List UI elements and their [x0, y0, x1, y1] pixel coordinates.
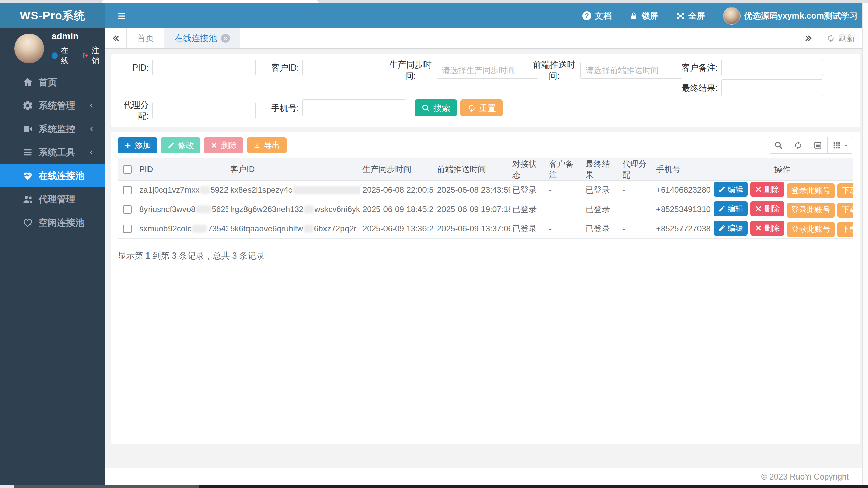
data-table: PID 客户ID 生产同步时间 前端推送时间 对接状态 客户备注 最终结果 代理…	[118, 158, 853, 239]
result-input[interactable]	[721, 79, 823, 96]
client-id-field-group: 客户ID:	[265, 59, 406, 76]
row-delete-button[interactable]: 删除	[750, 201, 784, 216]
pid-input[interactable]	[152, 59, 256, 76]
fullscreen-label: 全屏	[688, 10, 705, 21]
columns-button[interactable]	[828, 137, 853, 154]
sidebar-item-system-monitor[interactable]: 系统监控	[0, 117, 105, 140]
export-button[interactable]: 导出	[247, 137, 287, 153]
row-delete-button[interactable]: 删除	[750, 182, 784, 197]
sync-time-input[interactable]	[437, 62, 538, 79]
row-checkbox[interactable]	[123, 186, 132, 194]
user-info: admin 在线 注销	[52, 31, 105, 66]
refresh-table-button[interactable]	[788, 137, 808, 154]
table-row[interactable]: sxmuob92colc735434 5k6fqaaove6qruhlfw6bx…	[118, 219, 853, 239]
agent-label: 代理分配:	[115, 99, 149, 121]
row-download-contacts-button[interactable]: 下载通讯录	[837, 203, 853, 218]
logout-link[interactable]: 注销	[82, 45, 105, 66]
row-edit-button[interactable]: 编辑	[714, 182, 748, 197]
remark-input[interactable]	[721, 59, 823, 76]
app-window: WS-Pro系统 ? 文档 锁屏 全屏 优选源码yxymk.com测试学习	[0, 0, 868, 488]
push-time-field-group: 前端推送时间:	[531, 59, 682, 81]
push-time-input[interactable]	[580, 62, 682, 79]
agent-input[interactable]	[152, 102, 256, 119]
pid-cell: za1j0cq1vz7mxx59228	[137, 181, 228, 200]
tab-bar: 首页 在线连接池 刷新	[105, 28, 862, 49]
col-header-pid: PID	[137, 158, 228, 181]
pid-cell: sxmuob92colc735434	[137, 219, 228, 239]
user-status-row: 在线 注销	[52, 45, 105, 66]
download-icon	[253, 142, 261, 149]
tab-home[interactable]: 首页	[127, 28, 164, 48]
row-checkbox[interactable]	[123, 225, 132, 233]
phone-field-group: 手机号:	[265, 99, 406, 116]
pid-field-group: PID:	[115, 59, 256, 76]
col-header-remark: 客户备注	[546, 158, 583, 181]
sync-time-cell: 2025-06-09 13:36:26	[360, 219, 434, 239]
tab-refresh-button[interactable]: 刷新	[819, 28, 862, 48]
list-bars-icon	[22, 147, 33, 158]
plus-icon	[124, 142, 132, 149]
row-edit-button[interactable]: 编辑	[714, 201, 748, 216]
sidebar-item-system-management[interactable]: 系统管理	[0, 94, 105, 117]
search-button[interactable]: 搜索	[415, 99, 457, 116]
sidebar-item-label: 首页	[39, 76, 57, 88]
table-toolbar: 添加 修改 删除 导出	[118, 136, 853, 154]
sync-time-cell: 2025-06-09 18:45:22	[360, 200, 434, 219]
sign-out-icon	[82, 52, 89, 59]
row-checkbox[interactable]	[123, 205, 132, 214]
add-button[interactable]: 添加	[118, 137, 157, 153]
sidebar-item-home[interactable]: 首页	[0, 70, 105, 94]
phone-input[interactable]	[302, 99, 406, 116]
status-cell: 已登录	[510, 219, 546, 239]
x-icon	[755, 205, 762, 212]
delete-button[interactable]: 删除	[204, 137, 243, 153]
fullscreen-link[interactable]: 全屏	[676, 10, 705, 21]
row-download-contacts-button[interactable]: 下载通讯录	[837, 183, 853, 198]
copyright-text: © 2023 RuoYi Copyright	[761, 472, 849, 482]
sidebar-item-idle-pool[interactable]: 空闲连接池	[0, 211, 105, 234]
page-scrollbar[interactable]	[862, 3, 868, 485]
table-row[interactable]: 8yriusncf3wvo856252 lrgz8g6w263neh132wsk…	[118, 200, 853, 219]
phone-label: 手机号:	[265, 102, 299, 114]
sidebar-menu: 首页 系统管理 系统监控 系统工具 在线连接池	[0, 70, 105, 234]
row-edit-button[interactable]: 编辑	[714, 221, 748, 236]
blur-patch	[200, 186, 210, 194]
detail-view-button[interactable]	[808, 137, 828, 154]
navbar: ? 文档 锁屏 全屏 优选源码yxymk.com测试学习	[105, 3, 868, 28]
online-status-dot	[52, 52, 58, 59]
browser-tab-edge	[102, 0, 319, 3]
push-time-cell: 2025-06-08 23:43:59	[434, 181, 510, 200]
sidebar-item-system-tools[interactable]: 系统工具	[0, 140, 105, 164]
edit-button[interactable]: 修改	[161, 137, 200, 153]
row-delete-button[interactable]: 删除	[750, 221, 784, 236]
user-avatar-large[interactable]	[14, 34, 44, 63]
row-login-account-button[interactable]: 登录此账号	[787, 222, 835, 237]
sidebar: admin 在线 注销 首页 系统管理	[0, 28, 105, 485]
row-login-account-button[interactable]: 登录此账号	[787, 183, 835, 198]
blur-patch	[293, 186, 360, 194]
double-chevron-right-icon	[804, 34, 813, 43]
lock-screen-link[interactable]: 锁屏	[629, 10, 658, 21]
taskbar-edge-strip	[0, 485, 868, 488]
select-all-checkbox[interactable]	[123, 165, 132, 174]
home-icon	[22, 77, 33, 88]
sidebar-user-panel: admin 在线 注销	[0, 28, 105, 68]
toggle-search-button[interactable]	[769, 137, 788, 154]
tabs-scroll-left-button[interactable]	[105, 28, 127, 48]
pid-label: PID:	[115, 62, 149, 73]
sidebar-toggle-button[interactable]	[114, 8, 130, 24]
reset-button[interactable]: 重置	[460, 99, 503, 116]
user-menu[interactable]: 优选源码yxymk.com测试学习	[723, 7, 858, 25]
table-row[interactable]: za1j0cq1vz7mxx59228 kx8es2i1spezy4cd 202…	[118, 181, 853, 200]
tab-online-pool[interactable]: 在线连接池	[164, 28, 240, 48]
tab-close-button[interactable]	[221, 34, 230, 43]
row-login-account-button[interactable]: 登录此账号	[787, 203, 835, 218]
sidebar-item-online-pool[interactable]: 在线连接池	[0, 164, 105, 187]
tabbar-spacer	[240, 28, 797, 48]
row-download-contacts-button[interactable]: 下载通讯录	[837, 222, 853, 237]
app-logo[interactable]: WS-Pro系统	[0, 3, 105, 28]
remark-field-group: 客户备注:	[675, 59, 823, 76]
sidebar-item-agent-management[interactable]: 代理管理	[0, 187, 105, 211]
docs-link[interactable]: ? 文档	[582, 10, 612, 21]
tabs-scroll-right-button[interactable]	[797, 28, 819, 48]
